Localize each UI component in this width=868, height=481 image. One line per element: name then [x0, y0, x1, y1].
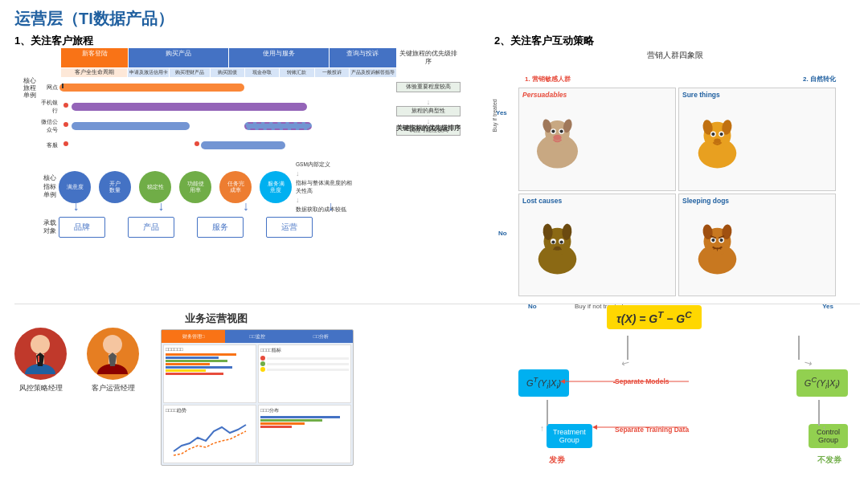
q3-dog-art [523, 209, 592, 285]
dot-y [260, 367, 265, 372]
carrier-row: 承载对象 品牌 产品 服务 运营 [14, 217, 313, 238]
channel-row-3: 微信公众号 ↓ 试点可能性较高 [14, 117, 461, 135]
metric-bar-1 [267, 357, 349, 360]
main-formula: τ(X) = GT − GC [607, 305, 702, 329]
priority-box-1: 体验重要程度较高 [396, 82, 461, 92]
biz-panel-3: □□□□趋势 [163, 405, 256, 463]
arrow-2 [101, 199, 136, 214]
bar-3-dashed [244, 122, 312, 130]
bar-p1-3 [166, 360, 227, 362]
quadrant-diagram: 1. 营销敏感人群 2. 自然转化 3. 无动于表 4. 反作用 Yes No … [494, 65, 840, 314]
carrier-box-4: 运营 [266, 217, 313, 238]
metric-bar-2 [267, 363, 349, 365]
section2: 2、关注客户互动策略 营销人群四象限 1. 营销敏感人群 2. 自然转化 3. … [494, 34, 856, 314]
section1-title: 1、关注客户旅程 [14, 34, 93, 48]
priority-item-1: 体验重要程度较高 [396, 82, 461, 93]
metric-badge-2: 开户数量 [99, 171, 131, 203]
quadrant-2: Sure things [678, 88, 836, 191]
tab-active: 财务管理□ [162, 330, 225, 343]
q3-title: Lost causes [522, 197, 562, 205]
person-1-icon [18, 330, 63, 378]
phase-2: 购买产品 [129, 48, 229, 67]
arrow-diag-left: ↙ [619, 356, 632, 369]
carrier-box-1: 品牌 [59, 217, 105, 238]
phase-3: 使用与服务 [229, 48, 330, 67]
person-2-label: 客户运营经理 [92, 383, 135, 393]
title-prefix: 运营层（ [14, 10, 79, 27]
svg-point-8 [553, 135, 561, 141]
panel-3-title: □□□□趋势 [166, 407, 254, 414]
bar-p1-6 [166, 369, 206, 372]
divider [14, 304, 860, 304]
kpi-item-2: 指标与整体满意度的相关性高 [296, 179, 356, 195]
panel-4-title: □□□分布 [260, 407, 349, 414]
bar-p1-2 [166, 357, 219, 359]
q2-title: Sure things [682, 91, 720, 99]
bar-p1-5 [166, 366, 232, 369]
channel-bar-area-3 [59, 120, 396, 132]
priority-box-2: 旅程的典型性 [396, 106, 461, 116]
bar-p1-4 [166, 363, 210, 365]
quadrant-3: Lost causes [518, 194, 676, 297]
tick-1 [59, 84, 63, 88]
sub-step-6: 转账汇款 [280, 68, 314, 77]
dot-4 [63, 141, 68, 146]
svg-point-25 [559, 240, 563, 243]
dot-3 [63, 122, 68, 127]
svg-point-15 [711, 132, 714, 136]
bar-p1-1 [166, 353, 236, 356]
dot-r [260, 356, 265, 361]
tab-1: □□监控 [225, 330, 289, 343]
gc-box: GC(Yi|Xi) [796, 369, 848, 397]
arrow-5: ↓ [228, 199, 263, 214]
metric-badge-5: 任务完成率 [219, 171, 252, 203]
carrier-box-2: 产品 [128, 217, 174, 238]
gc-down-arrow [818, 400, 820, 426]
main-title: 运营层（TI数据产品） [14, 8, 174, 30]
channel-row-1: 核心旅程单例 网点 体验重要程度较高 [14, 79, 461, 96]
biz-panel-1: □□□□□□ [163, 344, 256, 403]
title-highlight: TI数据产品 [79, 10, 158, 27]
channel-name-2: 手机银行 [39, 99, 59, 115]
section2-subtitle: 营销人群四象限 [494, 50, 856, 61]
svg-point-17 [714, 139, 721, 144]
channel-row-4: 客服 [14, 137, 461, 154]
tab-2: □□分析 [289, 330, 353, 343]
person-2: 客户运营经理 [87, 328, 139, 393]
sub-step-8: 产品及投诉解答指导 [350, 68, 396, 77]
separate-models-label: Separate Models [615, 377, 669, 385]
arrow-down-1: ↓ [396, 98, 461, 106]
metric-bar-3 [267, 369, 349, 371]
no-coupon-label: 不发券 [817, 455, 841, 466]
carrier-label: 承载对象 [14, 219, 59, 236]
q1-title: Persuadables [522, 91, 567, 99]
bar-p4-1 [260, 416, 340, 418]
metric-row-1 [260, 356, 349, 361]
metric-row-3 [260, 367, 349, 372]
q4-title: Sleeping dogs [682, 197, 729, 205]
line-chart [166, 415, 254, 459]
channel-bar-area-1 [59, 82, 396, 93]
biz-view-title: 业务运营视图 [185, 312, 248, 326]
biz-content-grid: □□□□□□ □□□□指标 [162, 343, 353, 465]
person-1-avatar [14, 328, 67, 380]
metrics-badges: 满意度 开户数量 稳定性 功能使用率 任务完成率 服务满意度 [59, 171, 292, 203]
journey-map: 新客登陆 购买产品 使用与服务 查询与投诉 关键旅程的优先级排序 客户全生命周期… [14, 48, 461, 156]
metric-row-2 [260, 361, 349, 366]
sub-step-4: 购买国债 [211, 68, 245, 77]
priority-header: 关键旅程的优先级排序 [396, 48, 461, 67]
biz-panel-2: □□□□指标 [258, 344, 351, 403]
formula-section: τ(X) = GT − GC ↙ ↘ GT(Yi|Xi) GC(Yi|Xi) S… [502, 305, 864, 466]
biz-view-mockup: 财务管理□ □□监控 □□分析 □□□□□□ □□□□指标 [161, 329, 354, 466]
q1-dog-art [523, 103, 592, 179]
arrow-1: ↓ [59, 199, 93, 214]
sub-step-1: 客户全生命周期 [61, 68, 128, 77]
dot-g [260, 361, 265, 366]
gt-down-arrow [547, 400, 548, 426]
bar-p4-3 [260, 422, 305, 425]
arrows-row: ↓ ↓ ↓ ↓ [59, 199, 348, 214]
buy-if-treated-label: Buy if treated [492, 99, 497, 132]
channel-name-4: 客服 [39, 141, 59, 149]
separate-training-label: Separate Training Data [615, 426, 689, 434]
bar-p1-7 [166, 373, 223, 375]
